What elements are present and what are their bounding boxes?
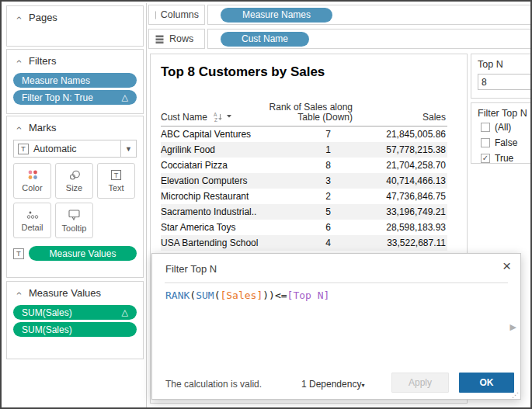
collapse-chevron-icon[interactable]: ›: [15, 124, 23, 132]
filter-option[interactable]: False: [481, 135, 532, 150]
table-row[interactable]: Cocciatari Pizza821,704,258.70: [161, 158, 447, 173]
tooltip-icon: [68, 209, 82, 221]
expand-right-icon[interactable]: ▶: [510, 322, 516, 332]
filters-label: Filters: [29, 55, 56, 67]
collapse-chevron-icon[interactable]: ›: [15, 57, 23, 65]
dependency-label: 1 Dependency: [301, 379, 361, 390]
table-row[interactable]: Star America Toys628,598,183.93: [161, 220, 447, 235]
ok-button[interactable]: OK: [459, 373, 514, 393]
table-row[interactable]: ABC Capital Ventures721,845,005.86: [161, 127, 447, 142]
cell-sales: 33,522,687.11: [353, 237, 447, 248]
tableau-window: › Pages › Filters Measure NamesFilter To…: [0, 0, 532, 409]
measure-values-pill[interactable]: Measure Values: [29, 246, 137, 261]
column-header-rank[interactable]: Rank of Sales along Table (Down): [269, 102, 353, 123]
formula-token-function: RANK: [165, 289, 190, 301]
filters-header: › Filters: [7, 50, 143, 71]
marks-label: Marks: [29, 122, 56, 133]
formula-token-function: SUM: [196, 289, 214, 301]
cell-cust-name: Agrilink Food: [161, 144, 293, 155]
text-mark-icon: T: [18, 144, 29, 154]
filter-option[interactable]: (All): [481, 120, 532, 134]
header-label: Table (Down): [297, 112, 353, 123]
header-label: Cust Name: [161, 112, 207, 123]
table-row[interactable]: Microchip Restaurant247,736,846.75: [161, 189, 447, 204]
marks-size-button[interactable]: Size: [55, 163, 93, 199]
table-row[interactable]: USA Bartending School433,522,687.11: [161, 235, 447, 251]
apply-button[interactable]: Apply: [391, 373, 449, 393]
marks-color-button[interactable]: Color: [13, 163, 51, 199]
filters-pill-list: Measure NamesFilter Top N: True△: [7, 73, 143, 105]
table-row[interactable]: Elevation Computers340,714,466.13: [161, 173, 447, 189]
columns-pill-measure-names[interactable]: Measure Names: [221, 8, 332, 23]
measure-value-pill[interactable]: SUM(Sales): [13, 322, 137, 337]
measure-value-pill[interactable]: SUM(Sales)△: [13, 305, 137, 320]
marks-button-label: Color: [22, 183, 42, 192]
checkbox-icon[interactable]: [481, 138, 490, 147]
columns-shelf-label: Columns: [148, 5, 205, 25]
cell-cust-name: Cocciatari Pizza: [161, 160, 293, 171]
filter-option-list: (All)False✓True: [478, 120, 532, 165]
rows-icon: [155, 34, 165, 44]
filter-option[interactable]: ✓True: [481, 151, 532, 165]
filter-option-label: False: [495, 137, 517, 148]
chevron-down-icon: ▾: [361, 382, 364, 389]
filter-pill[interactable]: Measure Names: [13, 73, 137, 88]
columns-icon: [155, 10, 156, 20]
dependency-dropdown[interactable]: 1 Dependency▾: [301, 379, 364, 390]
cell-rank: 4: [293, 237, 353, 248]
cell-sales: 57,778,215.38: [353, 144, 447, 155]
measure-values-header: › Measure Values: [7, 282, 143, 303]
table-calc-delta-icon: △: [117, 307, 128, 317]
rows-shelf-label: Rows: [148, 29, 205, 49]
column-header-cust-name[interactable]: Cust Name A Z: [161, 112, 234, 123]
marks-button-label: Tooltip: [62, 224, 87, 233]
marks-header: › Marks: [7, 116, 143, 137]
marks-tooltip-button[interactable]: Tooltip: [55, 203, 93, 238]
cell-sales: 47,736,846.75: [353, 191, 447, 202]
filter-pill[interactable]: Filter Top N: True△: [13, 90, 137, 105]
collapse-chevron-icon[interactable]: ›: [15, 14, 23, 22]
cell-cust-name: Elevation Computers: [161, 175, 293, 186]
close-icon[interactable]: ×: [502, 258, 511, 275]
checkbox-checked-icon[interactable]: ✓: [481, 154, 490, 163]
pill-label: Measure Names: [242, 9, 311, 20]
filter-option-label: (All): [495, 122, 511, 133]
mark-type-dropdown[interactable]: T Automatic ▼: [13, 140, 137, 158]
checkbox-icon[interactable]: [481, 123, 490, 132]
marks-detail-button[interactable]: Detail: [13, 203, 51, 238]
collapse-chevron-icon[interactable]: ›: [15, 289, 23, 297]
table-calc-delta-icon: △: [117, 92, 128, 102]
svg-text:T: T: [113, 172, 118, 179]
calculation-editor-dialog: Filter Top N × RANK(SUM([Sales]))<=[Top …: [151, 253, 521, 400]
rows-pill-cust-name[interactable]: Cust Name: [221, 32, 309, 47]
pill-label: Cust Name: [242, 33, 288, 44]
table-row[interactable]: Sacramento Industrial..533,196,749.21: [161, 204, 447, 220]
formula-token-plain: (: [190, 289, 196, 301]
top-n-input[interactable]: [478, 74, 532, 90]
pill-label: SUM(Sales): [22, 307, 72, 318]
filters-shelf[interactable]: › Filters Measure NamesFilter Top N: Tru…: [6, 49, 144, 114]
cell-rank: 8: [293, 160, 353, 171]
table-row[interactable]: Agrilink Food157,778,215.38: [161, 142, 447, 158]
header-label: Rank of Sales along: [269, 102, 353, 113]
cell-rank: 5: [293, 206, 353, 217]
dialog-title: Filter Top N: [165, 263, 217, 275]
cell-rank: 6: [293, 222, 353, 233]
chevron-down-icon[interactable]: ▼: [120, 140, 136, 157]
rows-shelf[interactable]: Cust Name: [207, 29, 532, 49]
measure-values-shelf[interactable]: › Measure Values SUM(Sales)△SUM(Sales): [6, 281, 144, 359]
top-n-parameter-card: Top N: [471, 54, 532, 99]
top-n-label: Top N: [478, 59, 532, 70]
cell-sales: 40,714,466.13: [353, 175, 447, 186]
cell-sales: 33,196,749.21: [353, 206, 447, 217]
sort-icon[interactable]: A Z: [214, 111, 234, 122]
cell-sales: 28,598,183.93: [353, 222, 447, 233]
marks-button-label: Size: [66, 183, 82, 192]
pages-shelf[interactable]: › Pages: [6, 5, 144, 47]
resize-grip[interactable]: ⋰: [512, 391, 519, 399]
columns-shelf[interactable]: Measure Names: [207, 5, 532, 25]
formula-editor[interactable]: RANK(SUM([Sales]))<=[Top N]: [165, 289, 329, 301]
column-header-sales[interactable]: Sales: [422, 112, 446, 123]
marks-text-button[interactable]: T Text: [97, 163, 135, 199]
chevron-down-icon: [227, 115, 231, 117]
